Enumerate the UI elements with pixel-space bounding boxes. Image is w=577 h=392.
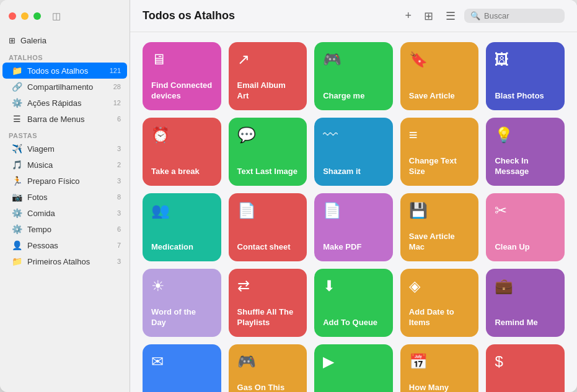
minimize-button[interactable] [21, 12, 29, 20]
card-icon: 🖥 [151, 51, 213, 68]
sidebar-item-badge: 121 [110, 67, 121, 74]
sidebar-item-badge: 3 [117, 209, 121, 217]
shortcut-card-make-pdf[interactable]: 📄Make PDF [314, 193, 393, 261]
card-label: Change Text Size [409, 156, 470, 177]
maximize-button[interactable] [33, 12, 41, 20]
sidebar-item-badge: 6 [117, 225, 121, 233]
sidebar-item-icon: 🔗 [11, 82, 22, 92]
sidebar-item-label: Música [27, 160, 53, 170]
sidebar-section-label: Atalhos [0, 49, 130, 63]
shortcut-card-save-article-mac[interactable]: 💾Save Article Mac [400, 193, 479, 261]
sidebar-item-label: Tempo [27, 225, 51, 234]
sidebar-item-fotos[interactable]: 📷Fotos8 [2, 189, 127, 205]
sidebar-item-badge: 6 [117, 115, 121, 123]
shortcut-card-word-of-day[interactable]: ☀Word of the Day [143, 269, 221, 337]
shortcut-card-add-to-queue[interactable]: ⬇Add To Queue [314, 269, 393, 337]
card-icon: ✉ [151, 353, 213, 370]
shortcuts-grid: 🖥Find Connected devices↗Email Album Art🎮… [130, 32, 577, 392]
sidebar-item-label: Comida [27, 209, 55, 218]
sidebar-item-primeiros-atalhos[interactable]: 📁Primeiros Atalhos3 [2, 253, 127, 269]
grid-view-button[interactable]: ⊞ [420, 7, 437, 25]
sidebar-item-barra-de-menus[interactable]: ☰Barra de Menus6 [2, 111, 127, 127]
shortcut-card-find-connected[interactable]: 🖥Find Connected devices [143, 42, 221, 110]
shortcut-card-shuffle-playlists[interactable]: ⇄Shuffle All The Playlists [229, 269, 307, 337]
card-label: Add Date to Items [409, 307, 470, 328]
card-icon: 📄 [237, 202, 299, 219]
shortcut-card-contact-sheet[interactable]: 📄Contact sheet [229, 193, 307, 261]
sidebar-sections: Atalhos📁Todos os Atalhos121🔗Compartilham… [0, 49, 130, 269]
shortcut-card-blast-photos[interactable]: 🖼Blast Photos [486, 42, 565, 110]
card-label: Gas On This Street [237, 383, 299, 392]
sidebar-item-preparo-físico[interactable]: 🏃Preparo Físico3 [2, 173, 127, 189]
card-label: Shazam it [323, 167, 384, 177]
sidebar-toggle-icon[interactable]: ◫ [52, 11, 61, 22]
add-button[interactable]: + [401, 7, 415, 25]
sidebar-item-icon: 👤 [11, 240, 22, 250]
sidebar-item-compartilhamento[interactable]: 🔗Compartilhamento28 [2, 79, 127, 95]
sidebar-item-gallery[interactable]: ⊞ Galeria [0, 32, 130, 49]
card-icon: 🎮 [237, 353, 299, 370]
card-label: Remind Me [495, 318, 556, 328]
shortcut-card-clean-up[interactable]: ✂Clean Up [486, 193, 565, 261]
sidebar-item-label: Primeiros Atalhos [27, 257, 90, 266]
shortcut-card-how-many-days[interactable]: 📅How Many Days Until [400, 344, 479, 392]
shortcut-card-text-last-image[interactable]: 💬Text Last Image [229, 118, 307, 186]
sidebar-item-icon: 📷 [11, 192, 22, 202]
sidebar-item-comida[interactable]: ⚙️Comida3 [2, 205, 127, 221]
card-icon: ⏰ [151, 126, 213, 144]
shortcut-card-medication[interactable]: 👥Medication [143, 193, 221, 261]
card-icon: 〰 [323, 126, 384, 144]
card-label: Make PDF [323, 242, 384, 253]
card-label: Contact sheet [237, 242, 299, 253]
card-label: Blast Photos [495, 91, 556, 102]
sidebar-item-badge: 3 [117, 177, 121, 185]
sidebar-item-todos-os-atalhos[interactable]: 📁Todos os Atalhos121 [2, 63, 127, 79]
shortcut-card-take-break[interactable]: ⏰Take a break [143, 118, 221, 186]
main-header: Todos os Atalhos + ⊞ ☰ 🔍 [130, 0, 577, 32]
sidebar-item-tempo[interactable]: ⚙️Tempo6 [2, 221, 127, 237]
page-title: Todos os Atalhos [143, 9, 401, 22]
card-icon: ↗ [237, 51, 299, 68]
card-label: Clean Up [495, 242, 556, 253]
sidebar-item-label: Compartilhamento [27, 82, 93, 92]
card-icon: ⇄ [237, 277, 299, 295]
shortcut-card-calculate-tip[interactable]: $Calculate Tip [486, 344, 565, 392]
sidebar-item-pessoas[interactable]: 👤Pessoas7 [2, 237, 127, 253]
shortcut-card-save-article[interactable]: 🔖Save Article [400, 42, 479, 110]
shortcut-card-remind-me[interactable]: 💼Remind Me [486, 269, 565, 337]
card-icon: ⬇ [323, 277, 384, 295]
shortcut-card-change-text-size[interactable]: ≡Change Text Size [400, 118, 479, 186]
shortcut-card-gas-on-street[interactable]: 🎮Gas On This Street [229, 344, 307, 392]
sidebar-item-icon: ⚙️ [11, 224, 22, 234]
sidebar-item-label: Ações Rápidas [27, 98, 81, 108]
sidebar-item-label: Preparo Físico [27, 176, 80, 186]
sidebar-item-badge: 8 [117, 193, 121, 201]
list-view-button[interactable]: ☰ [442, 7, 459, 25]
gallery-icon: ⊞ [9, 36, 15, 45]
header-actions: + ⊞ ☰ 🔍 [401, 7, 565, 25]
shortcut-card-email-album[interactable]: ↗Email Album Art [229, 42, 307, 110]
gallery-label: Galeria [20, 36, 46, 45]
sidebar-item-badge: 3 [117, 145, 121, 152]
sidebar-item-ações-rápidas[interactable]: ⚙️Ações Rápidas12 [2, 95, 127, 111]
card-icon: ▶ [323, 353, 384, 370]
shortcut-card-add-date-items[interactable]: ◈Add Date to Items [400, 269, 479, 337]
shortcut-card-charge-me[interactable]: 🎮Charge me [314, 42, 393, 110]
sidebar-item-badge: 3 [117, 258, 121, 265]
sidebar-item-música[interactable]: 🎵Música2 [2, 157, 127, 173]
card-label: Medication [151, 242, 213, 253]
close-button[interactable] [9, 12, 16, 20]
sidebar-section-label: Pastas [0, 127, 130, 141]
shortcut-card-email-myself[interactable]: ✉Email Myself [143, 344, 221, 392]
shortcut-card-shazam[interactable]: 〰Shazam it [314, 118, 393, 186]
search-input[interactable] [484, 11, 558, 20]
card-icon: $ [495, 353, 556, 370]
shortcut-card-check-in-message[interactable]: 💡Check In Message [486, 118, 565, 186]
shortcut-card-sort-lines[interactable]: ▶Sort Lines [314, 344, 393, 392]
sidebar-item-icon: 🎵 [11, 160, 22, 170]
card-icon: 💡 [495, 126, 556, 144]
card-icon: 🔖 [409, 51, 470, 68]
sidebar-item-viagem[interactable]: ✈️Viagem3 [2, 141, 127, 157]
sidebar-item-icon: ⚙️ [11, 98, 22, 108]
card-icon: ☀ [151, 277, 213, 295]
